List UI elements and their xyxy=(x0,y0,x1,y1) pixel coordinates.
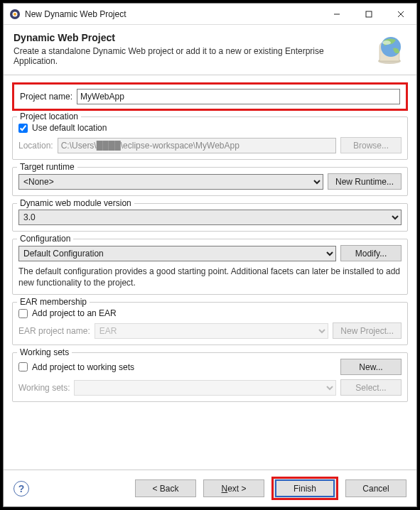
ear-project-name-select: EAR xyxy=(95,323,329,339)
new-runtime-button[interactable]: New Runtime... xyxy=(328,173,402,190)
use-default-location-label: Use default location xyxy=(32,123,107,133)
back-button: < Back xyxy=(135,479,196,497)
configuration-description: The default configuration provides a goo… xyxy=(18,266,402,288)
svg-point-9 xyxy=(382,40,391,45)
window-title: New Dynamic Web Project xyxy=(25,9,321,19)
module-version-legend: Dynamic web module version xyxy=(17,198,134,208)
configuration-group: Configuration Default Configuration Modi… xyxy=(12,239,408,295)
module-version-select[interactable]: 3.0 xyxy=(18,210,402,225)
new-working-set-button[interactable]: New... xyxy=(340,359,402,375)
close-button[interactable] xyxy=(384,4,416,24)
module-version-group: Dynamic web module version 3.0 xyxy=(12,203,408,232)
add-to-ear-label: Add project to an EAR xyxy=(32,308,117,318)
new-ear-project-button: New Project... xyxy=(333,322,402,339)
target-runtime-select[interactable]: <None> xyxy=(18,174,323,190)
dialog-window: New Dynamic Web Project Dynamic Web Proj… xyxy=(3,3,417,507)
svg-rect-4 xyxy=(366,11,372,17)
add-to-ear-checkbox[interactable] xyxy=(18,309,28,318)
next-button[interactable]: Next > xyxy=(203,479,264,497)
working-sets-group: Working sets Add project to working sets… xyxy=(12,352,408,402)
minimize-button[interactable] xyxy=(321,4,352,24)
app-icon xyxy=(9,9,21,20)
wizard-subtitle: Create a standalone Dynamic Web project … xyxy=(14,46,367,66)
target-runtime-legend: Target runtime xyxy=(17,162,77,172)
button-bar: ? < Back Next > Finish Cancel xyxy=(4,470,416,506)
use-default-location-checkbox[interactable] xyxy=(18,124,28,133)
globe-icon xyxy=(372,32,406,66)
modify-button[interactable]: Modify... xyxy=(340,245,402,261)
wizard-content: Project name: Project location Use defau… xyxy=(4,75,416,470)
wizard-title: Dynamic Web Project xyxy=(14,32,367,43)
configuration-legend: Configuration xyxy=(17,234,73,244)
finish-button[interactable]: Finish xyxy=(271,477,338,500)
project-name-highlight: Project name: xyxy=(12,82,408,111)
target-runtime-group: Target runtime <None> New Runtime... xyxy=(12,167,408,196)
select-working-set-button: Select... xyxy=(340,379,402,396)
project-location-group: Project location Use default location Lo… xyxy=(12,116,408,160)
ear-project-name-label: EAR project name: xyxy=(18,326,90,336)
project-name-input[interactable] xyxy=(77,89,400,104)
working-sets-label: Working sets: xyxy=(18,383,70,393)
titlebar: New Dynamic Web Project xyxy=(4,4,416,25)
working-sets-legend: Working sets xyxy=(17,347,72,357)
project-location-legend: Project location xyxy=(17,112,81,121)
help-icon[interactable]: ? xyxy=(14,481,29,497)
maximize-button[interactable] xyxy=(352,4,384,24)
project-name-label: Project name: xyxy=(20,92,72,102)
cancel-button[interactable]: Cancel xyxy=(345,479,406,497)
wizard-header: Dynamic Web Project Create a standalone … xyxy=(4,25,416,75)
browse-button: Browse... xyxy=(340,137,402,153)
working-sets-select xyxy=(74,380,336,396)
ear-membership-legend: EAR membership xyxy=(17,297,90,307)
add-to-working-sets-label: Add project to working sets xyxy=(32,362,134,372)
configuration-select[interactable]: Default Configuration xyxy=(18,246,336,261)
location-label: Location: xyxy=(18,141,53,151)
svg-point-2 xyxy=(14,13,16,16)
ear-membership-group: EAR membership Add project to an EAR EAR… xyxy=(12,302,408,345)
location-input xyxy=(58,138,336,153)
add-to-working-sets-checkbox[interactable] xyxy=(18,362,28,371)
